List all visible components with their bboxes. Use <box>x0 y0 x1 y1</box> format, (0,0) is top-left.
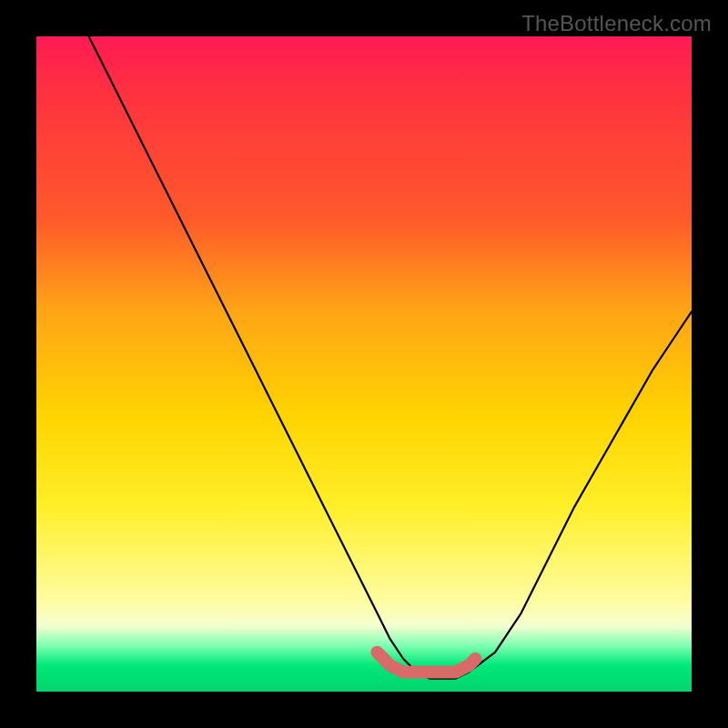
bottleneck-curve <box>89 36 692 679</box>
chart-frame: TheBottleneck.com <box>0 0 728 728</box>
watermark-text: TheBottleneck.com <box>521 11 712 36</box>
plot-area <box>36 36 692 692</box>
chart-svg <box>36 36 692 692</box>
optimal-range-marker <box>377 652 475 672</box>
